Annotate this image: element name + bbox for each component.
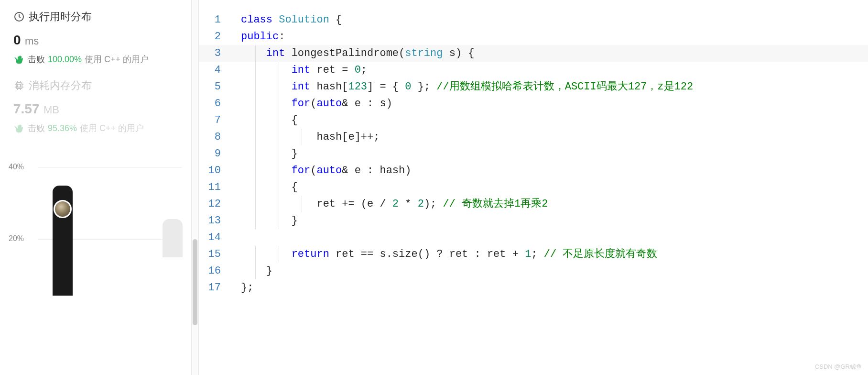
code-text[interactable]: int hash[123] = { 0 }; //用数组模拟哈希表计数，ASCI… [232, 78, 868, 95]
code-text[interactable]: public: [232, 28, 868, 45]
code-line[interactable]: 1class Solution { [199, 11, 868, 28]
runtime-value: 0 [13, 33, 21, 47]
code-text[interactable]: } [232, 145, 868, 162]
code-text[interactable]: { [232, 112, 868, 129]
code-line[interactable]: 14 [199, 229, 868, 246]
line-number: 9 [199, 145, 232, 162]
code-text[interactable]: } [232, 263, 868, 279]
code-line[interactable]: 5 int hash[123] = { 0 }; //用数组模拟哈希表计数，AS… [199, 78, 868, 95]
svg-rect-1 [16, 83, 22, 88]
code-text[interactable]: ret += (e / 2 * 2); // 奇数就去掉1再乘2 [232, 196, 868, 212]
line-number: 12 [199, 196, 232, 212]
runtime-percent: 100.00% [48, 55, 82, 65]
code-line[interactable]: 17}; [199, 279, 868, 296]
code-line[interactable]: 7 { [199, 112, 868, 129]
y-tick-20: 20% [9, 234, 24, 243]
code-text[interactable]: } [232, 212, 868, 229]
line-number: 5 [199, 78, 232, 95]
code-line[interactable]: 9 } [199, 145, 868, 162]
line-number: 14 [199, 229, 232, 246]
memory-unit: MB [43, 104, 59, 116]
line-number: 11 [199, 179, 232, 196]
code-text[interactable] [232, 229, 868, 246]
chart-bar-other[interactable] [163, 219, 183, 257]
code-line[interactable]: 3 int longestPalindrome(string s) { [199, 45, 868, 62]
code-text[interactable]: class Solution { [232, 11, 868, 28]
memory-section[interactable]: 消耗内存分布 7.57 MB 击败 95.36% 使用 C++ 的用户 [0, 78, 191, 134]
code-line[interactable]: 15 return ret == s.size() ? ret : ret + … [199, 246, 868, 263]
distribution-chart[interactable]: 40% 20% [0, 147, 191, 291]
line-number: 1 [199, 11, 232, 28]
clap-icon [13, 54, 25, 65]
code-line[interactable]: 6 for(auto& e : s) [199, 95, 868, 112]
stats-sidebar: 执行用时分布 0 ms 击败 100.00% 使用 C++ 的用户 消耗内存分布… [0, 0, 191, 375]
code-line[interactable]: 2public: [199, 28, 868, 45]
code-text[interactable]: hash[e]++; [232, 129, 868, 145]
code-editor[interactable]: 1class Solution {2public:3 int longestPa… [199, 0, 868, 375]
code-line[interactable]: 12 ret += (e / 2 * 2); // 奇数就去掉1再乘2 [199, 196, 868, 212]
code-line[interactable]: 8 hash[e]++; [199, 129, 868, 145]
memory-value-row: 7.57 MB [13, 101, 178, 117]
code-line[interactable]: 16 } [199, 263, 868, 279]
memory-value: 7.57 [13, 101, 40, 116]
line-number: 17 [199, 279, 232, 296]
code-text[interactable]: { [232, 179, 868, 196]
line-number: 8 [199, 129, 232, 145]
line-number: 10 [199, 162, 232, 179]
avatar[interactable] [54, 200, 72, 218]
code-line[interactable]: 13 } [199, 212, 868, 229]
grid-line [38, 167, 182, 168]
line-number: 7 [199, 112, 232, 129]
code-text[interactable]: }; [232, 279, 868, 296]
clap-icon [13, 122, 25, 134]
line-number: 6 [199, 95, 232, 112]
memory-title: 消耗内存分布 [29, 78, 92, 93]
y-tick-40: 40% [9, 163, 24, 171]
memory-beat-label: 击败 [28, 122, 45, 134]
scrollbar-thumb[interactable] [193, 239, 197, 325]
line-number: 13 [199, 212, 232, 229]
memory-lang: 使用 C++ 的用户 [80, 122, 144, 134]
clock-icon [13, 11, 25, 22]
code-line[interactable]: 10 for(auto& e : hash) [199, 162, 868, 179]
memory-title-row: 消耗内存分布 [13, 78, 178, 93]
code-text[interactable]: for(auto& e : s) [232, 95, 868, 112]
line-number: 2 [199, 28, 232, 45]
runtime-lang: 使用 C++ 的用户 [85, 54, 149, 65]
code-text[interactable]: return ret == s.size() ? ret : ret + 1; … [232, 246, 868, 263]
memory-percent: 95.36% [48, 123, 77, 133]
code-text[interactable]: int longestPalindrome(string s) { [232, 45, 868, 62]
line-number: 16 [199, 263, 232, 279]
runtime-title: 执行用时分布 [29, 10, 92, 24]
runtime-beat-row: 击败 100.00% 使用 C++ 的用户 [13, 54, 178, 65]
watermark: CSDN @GR鲸鱼 [815, 363, 862, 371]
memory-beat-row: 击败 95.36% 使用 C++ 的用户 [13, 122, 178, 134]
line-number: 4 [199, 62, 232, 78]
runtime-section[interactable]: 执行用时分布 0 ms 击败 100.00% 使用 C++ 的用户 [0, 10, 191, 65]
runtime-beat-label: 击败 [28, 54, 45, 65]
code-line[interactable]: 11 { [199, 179, 868, 196]
cpu-icon [13, 80, 25, 91]
code-line[interactable]: 4 int ret = 0; [199, 62, 868, 78]
code-text[interactable]: for(auto& e : hash) [232, 162, 868, 179]
runtime-title-row: 执行用时分布 [13, 10, 178, 24]
runtime-value-row: 0 ms [13, 33, 178, 48]
code-text[interactable]: int ret = 0; [232, 62, 868, 78]
runtime-unit: ms [25, 35, 39, 47]
line-number: 3 [199, 45, 232, 62]
svg-rect-2 [18, 84, 21, 87]
sidebar-scrollbar[interactable] [192, 0, 198, 375]
line-number: 15 [199, 246, 232, 263]
